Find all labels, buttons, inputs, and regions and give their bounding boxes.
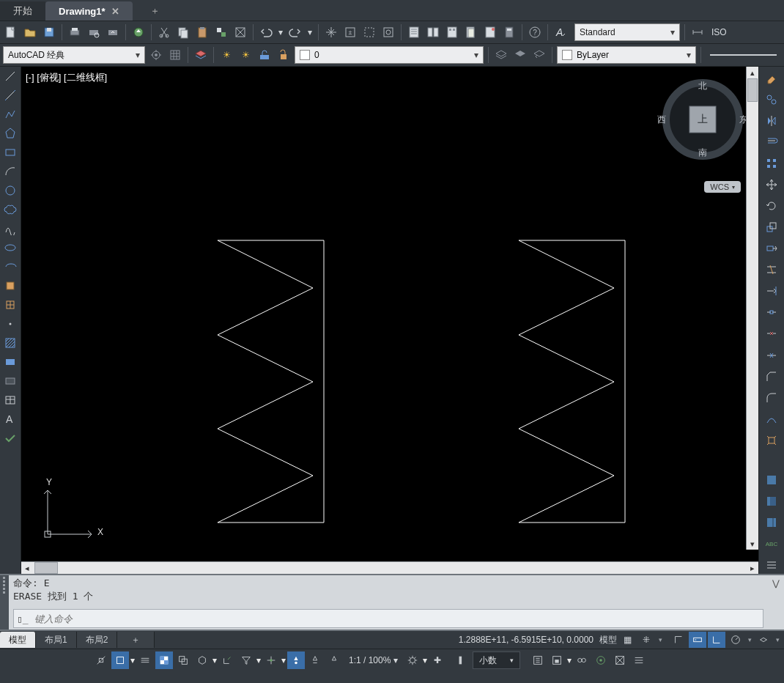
ellipse-arc-icon[interactable] [1, 259, 19, 275]
redo-icon[interactable] [287, 24, 303, 40]
transparency-icon[interactable] [155, 651, 173, 669]
isodraft-icon[interactable] [755, 632, 772, 648]
plot-icon[interactable] [105, 24, 121, 40]
layer-on-icon[interactable]: ☀ [218, 47, 234, 63]
rectangle-icon[interactable] [1, 144, 19, 160]
ellipse-icon[interactable] [1, 240, 19, 256]
chevron-down-icon[interactable]: ▾ [567, 655, 572, 665]
ortho-icon[interactable] [708, 632, 725, 648]
layer-manager-icon[interactable] [193, 47, 209, 63]
layer-prev-icon[interactable] [531, 47, 547, 63]
layer-unlock-icon[interactable] [275, 47, 292, 63]
autoscale-icon[interactable] [306, 651, 324, 669]
tab-new[interactable]: ＋ [133, 1, 178, 21]
viewcube-top[interactable]: 上 [698, 113, 708, 126]
chevron-down-icon[interactable]: ▾ [256, 655, 261, 665]
viewcube-north[interactable]: 北 [698, 80, 707, 92]
scroll-up-icon[interactable]: ▴ [747, 67, 758, 78]
join-icon[interactable] [762, 347, 781, 363]
fillet-icon[interactable] [762, 389, 781, 406]
modelspace-button[interactable]: 模型 [599, 632, 617, 648]
zoom-extents-icon[interactable]: ± [342, 24, 358, 40]
table-icon[interactable] [1, 392, 19, 408]
array-icon[interactable] [762, 155, 781, 171]
tool-palettes-icon[interactable] [444, 24, 460, 40]
chevron-down-icon[interactable]: ▾ [774, 636, 781, 643]
layer-lock-icon[interactable] [256, 47, 273, 63]
chevron-down-icon[interactable]: ▾ [423, 655, 427, 665]
layout-tab-layout1[interactable]: 布局1 [36, 632, 77, 648]
chevron-down-icon[interactable]: ▾ [212, 655, 217, 665]
tab-drawing[interactable]: Drawing1* ✕ [45, 1, 133, 21]
break-icon[interactable] [762, 325, 781, 342]
calculator-icon[interactable] [501, 24, 517, 40]
print-icon[interactable] [67, 24, 83, 40]
workspace-settings-icon[interactable] [148, 47, 164, 63]
block-editor-icon[interactable] [232, 24, 248, 40]
annotation-scale-icon[interactable] [325, 651, 343, 669]
mtext-icon[interactable]: A [1, 411, 19, 427]
snap-toggle-icon[interactable]: ⁜ [637, 632, 655, 648]
text-style-icon[interactable]: A [552, 24, 569, 40]
polygon-icon[interactable] [1, 125, 19, 141]
copy-object-icon[interactable] [762, 91, 781, 108]
stretch-icon[interactable] [762, 240, 781, 257]
mirror-icon[interactable] [762, 112, 781, 129]
menu-icon[interactable] [762, 557, 781, 574]
chevron-down-icon[interactable]: ▾ [657, 636, 664, 643]
copy-icon[interactable] [175, 24, 191, 40]
2d-osnap-icon[interactable] [111, 651, 129, 669]
command-panel-handle[interactable] [0, 575, 9, 630]
wcs-badge[interactable]: WCS▾ [704, 181, 741, 193]
line-icon[interactable] [1, 68, 19, 84]
undo-icon[interactable] [258, 24, 274, 40]
chevron-down-icon[interactable]: ▾ [130, 655, 135, 665]
layout-tab-layout2[interactable]: 布局2 [77, 632, 118, 648]
layer-iso-icon[interactable] [512, 47, 528, 63]
dyn-ucs-icon[interactable] [218, 651, 236, 669]
polar-icon[interactable] [727, 632, 744, 648]
break-at-point-icon[interactable] [762, 304, 781, 321]
selection-cycling-icon[interactable] [174, 651, 192, 669]
gizmo-icon[interactable] [262, 651, 280, 669]
osnap-tracking-icon[interactable] [92, 651, 110, 669]
spline-icon[interactable] [1, 221, 19, 237]
drawing-canvas[interactable]: [-] [俯视] [二维线框] 北 南 西 东 上 WCS▾ [21, 67, 758, 561]
markup-icon[interactable] [482, 24, 498, 40]
layer-combo[interactable]: 0▾ [295, 46, 484, 64]
gradient-icon[interactable] [1, 354, 19, 370]
insert-block-icon[interactable] [1, 278, 19, 294]
scroll-down-icon[interactable]: ▾ [747, 538, 758, 550]
open-file-icon[interactable] [22, 24, 38, 40]
layout-tab-model[interactable]: 模型 [0, 632, 36, 648]
hatch-icon[interactable] [1, 335, 19, 351]
palette-2-icon[interactable] [762, 493, 781, 510]
design-center-icon[interactable] [425, 24, 441, 40]
3d-osnap-icon[interactable] [193, 651, 211, 669]
constraint-icon[interactable] [670, 632, 687, 648]
chevron-down-icon[interactable]: ▾ [281, 655, 286, 665]
polyline-icon[interactable] [1, 106, 19, 122]
scroll-thumb[interactable] [747, 78, 758, 102]
explode-icon[interactable] [762, 432, 781, 448]
selection-filter-icon[interactable] [237, 651, 255, 669]
make-block-icon[interactable] [1, 297, 19, 313]
chevron-down-icon[interactable]: ▾ [277, 24, 284, 40]
layer-freeze-icon[interactable]: ☀ [237, 47, 254, 63]
annotation-visibility-icon[interactable] [287, 651, 305, 669]
point-icon[interactable] [1, 316, 19, 332]
command-close-icon[interactable]: ⋁ [768, 575, 784, 630]
print-preview-icon[interactable] [86, 24, 102, 40]
layer-state-icon[interactable] [493, 47, 509, 63]
sheet-set-icon[interactable] [463, 24, 479, 40]
dim-style-icon[interactable] [689, 24, 706, 40]
paste-icon[interactable] [194, 24, 210, 40]
arc-icon[interactable] [1, 163, 19, 180]
viewcube-south[interactable]: 南 [698, 147, 707, 159]
command-line[interactable]: ▯_ [13, 609, 763, 628]
viewcube-west[interactable]: 西 [657, 114, 666, 126]
scroll-left-icon[interactable]: ◂ [21, 562, 33, 574]
close-icon[interactable]: ✕ [111, 6, 119, 17]
save-icon[interactable] [41, 24, 57, 40]
dynamic-input-icon[interactable] [689, 632, 706, 648]
